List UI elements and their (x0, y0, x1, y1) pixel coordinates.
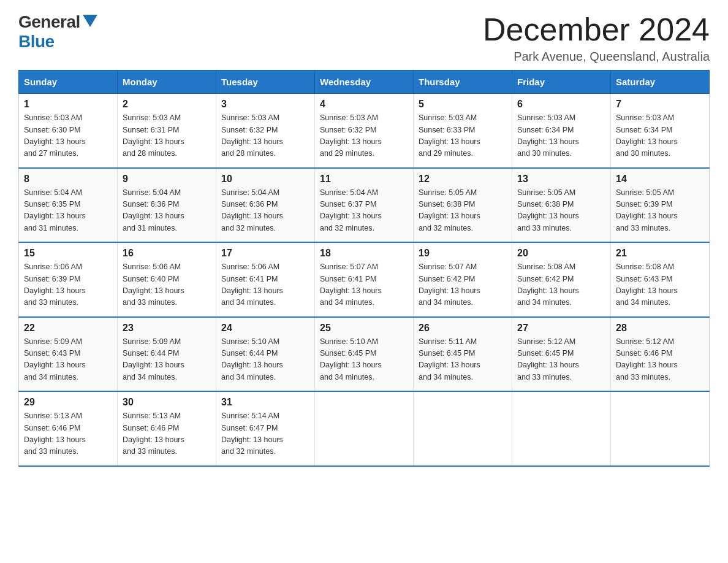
day-info: Sunrise: 5:03 AM Sunset: 6:34 PM Dayligh… (517, 112, 605, 160)
calendar-cell: 31 Sunrise: 5:14 AM Sunset: 6:47 PM Dayl… (216, 391, 315, 466)
day-info: Sunrise: 5:04 AM Sunset: 6:35 PM Dayligh… (24, 187, 112, 235)
day-info: Sunrise: 5:04 AM Sunset: 6:37 PM Dayligh… (320, 187, 408, 235)
day-number: 1 (24, 99, 112, 110)
column-header-wednesday: Wednesday (315, 71, 414, 94)
calendar-cell: 26 Sunrise: 5:11 AM Sunset: 6:45 PM Dayl… (414, 317, 512, 392)
day-number: 7 (616, 99, 704, 110)
column-header-sunday: Sunday (19, 71, 118, 94)
day-number: 16 (123, 248, 211, 259)
calendar-cell (611, 391, 710, 466)
calendar-cell: 23 Sunrise: 5:09 AM Sunset: 6:44 PM Dayl… (118, 317, 216, 392)
day-info: Sunrise: 5:04 AM Sunset: 6:36 PM Dayligh… (221, 187, 309, 235)
calendar-cell: 3 Sunrise: 5:03 AM Sunset: 6:32 PM Dayli… (216, 94, 315, 168)
day-number: 6 (517, 99, 605, 110)
column-header-saturday: Saturday (611, 71, 710, 94)
day-number: 28 (616, 323, 704, 334)
column-header-thursday: Thursday (414, 71, 512, 94)
day-number: 8 (24, 174, 112, 185)
day-info: Sunrise: 5:13 AM Sunset: 6:46 PM Dayligh… (24, 410, 112, 458)
day-info: Sunrise: 5:10 AM Sunset: 6:45 PM Dayligh… (320, 336, 408, 384)
day-number: 15 (24, 248, 112, 259)
day-info: Sunrise: 5:03 AM Sunset: 6:32 PM Dayligh… (221, 112, 309, 160)
day-number: 12 (419, 174, 507, 185)
title-block: December 2024 Park Avenue, Queensland, A… (483, 12, 710, 64)
day-number: 31 (221, 397, 309, 408)
day-info: Sunrise: 5:07 AM Sunset: 6:41 PM Dayligh… (320, 261, 408, 309)
calendar-week-row: 22 Sunrise: 5:09 AM Sunset: 6:43 PM Dayl… (19, 317, 710, 392)
day-number: 5 (419, 99, 507, 110)
calendar-cell: 18 Sunrise: 5:07 AM Sunset: 6:41 PM Dayl… (315, 242, 414, 317)
day-number: 3 (221, 99, 309, 110)
calendar-cell: 5 Sunrise: 5:03 AM Sunset: 6:33 PM Dayli… (414, 94, 512, 168)
day-number: 19 (419, 248, 507, 259)
day-number: 17 (221, 248, 309, 259)
day-number: 22 (24, 323, 112, 334)
day-number: 30 (123, 397, 211, 408)
calendar-cell: 28 Sunrise: 5:12 AM Sunset: 6:46 PM Dayl… (611, 317, 710, 392)
day-number: 25 (320, 323, 408, 334)
calendar-cell (315, 391, 414, 466)
calendar-header-row: SundayMondayTuesdayWednesdayThursdayFrid… (19, 71, 710, 94)
page-header: General Blue December 2024 Park Avenue, … (18, 12, 710, 64)
day-number: 10 (221, 174, 309, 185)
calendar-cell: 29 Sunrise: 5:13 AM Sunset: 6:46 PM Dayl… (19, 391, 118, 466)
calendar-cell: 19 Sunrise: 5:07 AM Sunset: 6:42 PM Dayl… (414, 242, 512, 317)
calendar-cell: 20 Sunrise: 5:08 AM Sunset: 6:42 PM Dayl… (512, 242, 611, 317)
day-number: 29 (24, 397, 112, 408)
calendar-cell: 25 Sunrise: 5:10 AM Sunset: 6:45 PM Dayl… (315, 317, 414, 392)
column-header-friday: Friday (512, 71, 611, 94)
calendar-cell: 9 Sunrise: 5:04 AM Sunset: 6:36 PM Dayli… (118, 168, 216, 243)
logo-triangle-icon (83, 15, 97, 27)
day-info: Sunrise: 5:12 AM Sunset: 6:45 PM Dayligh… (517, 336, 605, 384)
day-info: Sunrise: 5:06 AM Sunset: 6:39 PM Dayligh… (24, 261, 112, 309)
day-info: Sunrise: 5:14 AM Sunset: 6:47 PM Dayligh… (221, 410, 309, 458)
day-info: Sunrise: 5:09 AM Sunset: 6:44 PM Dayligh… (123, 336, 211, 384)
calendar-week-row: 8 Sunrise: 5:04 AM Sunset: 6:35 PM Dayli… (19, 168, 710, 243)
day-info: Sunrise: 5:03 AM Sunset: 6:32 PM Dayligh… (320, 112, 408, 160)
calendar-cell: 27 Sunrise: 5:12 AM Sunset: 6:45 PM Dayl… (512, 317, 611, 392)
day-number: 23 (123, 323, 211, 334)
day-info: Sunrise: 5:12 AM Sunset: 6:46 PM Dayligh… (616, 336, 704, 384)
day-info: Sunrise: 5:03 AM Sunset: 6:33 PM Dayligh… (419, 112, 507, 160)
logo-blue: Blue (18, 32, 55, 52)
calendar-cell: 16 Sunrise: 5:06 AM Sunset: 6:40 PM Dayl… (118, 242, 216, 317)
day-info: Sunrise: 5:08 AM Sunset: 6:42 PM Dayligh… (517, 261, 605, 309)
day-number: 26 (419, 323, 507, 334)
calendar-cell (512, 391, 611, 466)
day-info: Sunrise: 5:07 AM Sunset: 6:42 PM Dayligh… (419, 261, 507, 309)
day-info: Sunrise: 5:06 AM Sunset: 6:40 PM Dayligh… (123, 261, 211, 309)
calendar-week-row: 1 Sunrise: 5:03 AM Sunset: 6:30 PM Dayli… (19, 94, 710, 168)
calendar-cell: 30 Sunrise: 5:13 AM Sunset: 6:46 PM Dayl… (118, 391, 216, 466)
day-info: Sunrise: 5:05 AM Sunset: 6:38 PM Dayligh… (419, 187, 507, 235)
calendar-cell: 2 Sunrise: 5:03 AM Sunset: 6:31 PM Dayli… (118, 94, 216, 168)
day-info: Sunrise: 5:09 AM Sunset: 6:43 PM Dayligh… (24, 336, 112, 384)
day-info: Sunrise: 5:06 AM Sunset: 6:41 PM Dayligh… (221, 261, 309, 309)
day-info: Sunrise: 5:05 AM Sunset: 6:38 PM Dayligh… (517, 187, 605, 235)
calendar-table: SundayMondayTuesdayWednesdayThursdayFrid… (18, 70, 710, 467)
calendar-cell: 10 Sunrise: 5:04 AM Sunset: 6:36 PM Dayl… (216, 168, 315, 243)
day-number: 20 (517, 248, 605, 259)
day-number: 4 (320, 99, 408, 110)
calendar-cell (414, 391, 512, 466)
calendar-cell: 22 Sunrise: 5:09 AM Sunset: 6:43 PM Dayl… (19, 317, 118, 392)
calendar-cell: 14 Sunrise: 5:05 AM Sunset: 6:39 PM Dayl… (611, 168, 710, 243)
day-info: Sunrise: 5:03 AM Sunset: 6:31 PM Dayligh… (123, 112, 211, 160)
day-info: Sunrise: 5:05 AM Sunset: 6:39 PM Dayligh… (616, 187, 704, 235)
day-info: Sunrise: 5:03 AM Sunset: 6:34 PM Dayligh… (616, 112, 704, 160)
calendar-cell: 15 Sunrise: 5:06 AM Sunset: 6:39 PM Dayl… (19, 242, 118, 317)
day-number: 24 (221, 323, 309, 334)
day-info: Sunrise: 5:13 AM Sunset: 6:46 PM Dayligh… (123, 410, 211, 458)
logo-general: General (18, 12, 80, 32)
calendar-cell: 1 Sunrise: 5:03 AM Sunset: 6:30 PM Dayli… (19, 94, 118, 168)
day-number: 11 (320, 174, 408, 185)
calendar-cell: 17 Sunrise: 5:06 AM Sunset: 6:41 PM Dayl… (216, 242, 315, 317)
calendar-cell: 24 Sunrise: 5:10 AM Sunset: 6:44 PM Dayl… (216, 317, 315, 392)
day-info: Sunrise: 5:03 AM Sunset: 6:30 PM Dayligh… (24, 112, 112, 160)
day-info: Sunrise: 5:11 AM Sunset: 6:45 PM Dayligh… (419, 336, 507, 384)
calendar-cell: 11 Sunrise: 5:04 AM Sunset: 6:37 PM Dayl… (315, 168, 414, 243)
calendar-cell: 13 Sunrise: 5:05 AM Sunset: 6:38 PM Dayl… (512, 168, 611, 243)
calendar-cell: 6 Sunrise: 5:03 AM Sunset: 6:34 PM Dayli… (512, 94, 611, 168)
calendar-cell: 21 Sunrise: 5:08 AM Sunset: 6:43 PM Dayl… (611, 242, 710, 317)
day-number: 2 (123, 99, 211, 110)
calendar-week-row: 29 Sunrise: 5:13 AM Sunset: 6:46 PM Dayl… (19, 391, 710, 466)
